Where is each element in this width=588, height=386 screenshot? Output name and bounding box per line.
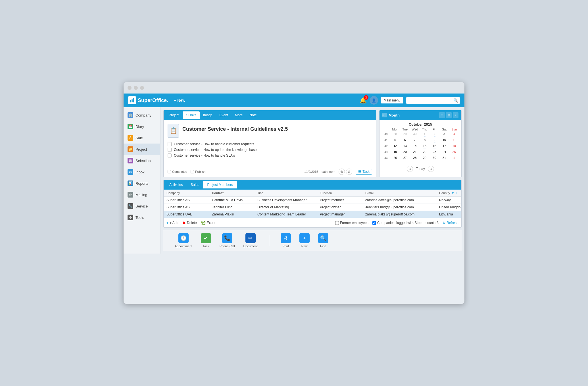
former-check-input[interactable] <box>335 221 339 225</box>
cal-day-20[interactable]: 20 <box>400 150 410 155</box>
tab-more[interactable]: More <box>232 111 246 119</box>
maximize-btn[interactable] <box>140 86 144 90</box>
cal-day-15[interactable]: 15 <box>420 144 430 149</box>
sidebar-item-diary[interactable]: 📅 Diary <box>124 121 160 132</box>
tab-event[interactable]: Event <box>216 111 232 119</box>
cal-day-31[interactable]: 31 <box>439 155 449 161</box>
cal-day-13[interactable]: 13 <box>400 144 410 149</box>
completed-check-input[interactable] <box>168 170 171 173</box>
cal-day-6[interactable]: 6 <box>400 138 410 143</box>
task-button[interactable]: ☰ Task <box>356 169 372 175</box>
cal-day-14[interactable]: 14 <box>410 144 420 149</box>
nav-prev[interactable]: ⊕ <box>339 169 345 175</box>
cal-next-btn[interactable]: ⊖ <box>428 166 434 172</box>
publish-checkbox[interactable]: Publish <box>191 170 205 173</box>
cal-day-8[interactable]: 8 <box>420 138 430 143</box>
notifications[interactable]: 🔔 3 <box>360 97 367 104</box>
sidebar-item-project[interactable]: 📁 Project <box>124 144 160 155</box>
minimize-btn[interactable] <box>134 86 138 90</box>
new-button[interactable]: + New <box>174 98 185 103</box>
cal-day-29[interactable]: 29 <box>420 155 430 161</box>
tab-project-members[interactable]: Project Members <box>203 181 237 188</box>
toolbar-document[interactable]: ✏ Document <box>243 233 258 248</box>
cal-prev-btn[interactable]: ⊕ <box>407 166 413 172</box>
link-checkbox-2[interactable] <box>168 148 172 152</box>
main-menu-button[interactable]: Main menu <box>381 97 403 103</box>
cal-day-27[interactable]: 27 <box>400 155 410 161</box>
avatar[interactable]: 👤 <box>370 96 378 105</box>
search-icon-button[interactable]: 🔍 <box>452 97 460 104</box>
sidebar-item-mailing[interactable]: ⊙ Mailing <box>124 189 160 200</box>
cal-day-5[interactable]: 5 <box>390 138 400 143</box>
toolbar-phone-call[interactable]: 📞 Phone Call <box>220 233 235 248</box>
sort-icon[interactable]: ↕ <box>455 191 457 195</box>
refresh-button[interactable]: ↻ Refresh <box>443 221 458 225</box>
cal-day-19[interactable]: 19 <box>390 150 400 155</box>
table-row[interactable]: SuperOffice UAB Zarema Plaksij Content M… <box>164 211 461 218</box>
sidebar-item-sale[interactable]: S Sale <box>124 132 160 144</box>
cal-day-2[interactable]: 2 <box>429 132 439 137</box>
sidebar-item-selection[interactable]: ⊞ Selection <box>124 155 160 166</box>
cal-day-30-sep[interactable]: 30 <box>410 132 420 137</box>
cal-day-24[interactable]: 24 <box>439 150 449 155</box>
toolbar-new[interactable]: + New <box>299 233 310 248</box>
export-button[interactable]: 🌿 Export <box>201 221 217 225</box>
table-row[interactable]: SuperOffice AS Cathrine Mula Davis Busin… <box>164 197 461 204</box>
cal-day-22[interactable]: 22 <box>420 150 430 155</box>
cal-day-12[interactable]: 12 <box>390 144 400 149</box>
sidebar-item-service[interactable]: 🔧 Service <box>124 200 160 212</box>
cal-day-25[interactable]: 25 <box>449 150 459 155</box>
tab-project[interactable]: Project <box>165 111 183 119</box>
publish-check-input[interactable] <box>191 170 194 173</box>
sidebar-item-inbox[interactable]: ✉ Inbox <box>124 166 160 178</box>
cal-nav-icon[interactable]: ▪ <box>382 113 387 117</box>
cal-day-7[interactable]: 7 <box>410 138 420 143</box>
sidebar-item-tools[interactable]: ⚙ Tools <box>124 212 160 223</box>
link-checkbox-1[interactable] <box>168 142 172 146</box>
cal-day-18[interactable]: 18 <box>449 144 459 149</box>
toolbar-find[interactable]: 🔍 Find <box>318 233 328 248</box>
sidebar-item-company[interactable]: 🏢 Company <box>124 109 160 121</box>
close-btn[interactable] <box>128 86 132 90</box>
cal-day-3[interactable]: 3 <box>439 132 449 137</box>
link-checkbox-3[interactable] <box>168 153 172 157</box>
cal-day-9[interactable]: 9 <box>429 138 439 143</box>
cal-day-16[interactable]: 16 <box>429 144 439 149</box>
tab-links[interactable]: Links <box>183 111 200 119</box>
cal-day-4[interactable]: 4 <box>449 132 459 137</box>
delete-button[interactable]: ✖ Delete <box>182 221 197 225</box>
cal-list-icon[interactable]: ≡ <box>439 112 445 118</box>
toolbar-print[interactable]: 🖨 Print <box>281 233 291 248</box>
former-employees-check[interactable]: Former employees <box>335 221 368 225</box>
stop-companies-check[interactable]: Companies flagged with Stop <box>372 221 422 225</box>
nav-next[interactable]: ⊖ <box>346 169 352 175</box>
cal-info-icon[interactable]: i <box>453 112 458 118</box>
cal-day-28[interactable]: 28 <box>410 155 420 161</box>
add-button[interactable]: + + Add <box>166 221 178 225</box>
filter-icon[interactable]: ▼ <box>451 191 454 195</box>
toolbar-appointment[interactable]: 🕐 Appointment <box>175 233 192 248</box>
cal-day-29-sep[interactable]: 29 <box>400 132 410 137</box>
table-row[interactable]: SuperOffice AS Jennifer Lund Director of… <box>164 204 461 211</box>
tab-image[interactable]: Image <box>200 111 216 119</box>
tab-activities[interactable]: Activities <box>165 181 187 188</box>
today-button[interactable]: Today <box>416 167 425 171</box>
cal-day-1-nov[interactable]: 1 <box>449 155 459 161</box>
cal-day-23[interactable]: 23 <box>429 150 439 155</box>
sidebar-item-reports[interactable]: 📊 Reports <box>124 178 160 189</box>
tab-note[interactable]: Note <box>246 111 260 119</box>
stop-check-input[interactable] <box>372 221 376 225</box>
cal-day-11[interactable]: 11 <box>449 138 459 143</box>
cal-grid-icon[interactable]: ⊞ <box>446 112 452 118</box>
cal-day-30[interactable]: 30 <box>429 155 439 161</box>
cal-day-26[interactable]: 26 <box>390 155 400 161</box>
tab-sales[interactable]: Sales <box>187 181 203 188</box>
toolbar-task[interactable]: ✔ Task <box>201 233 211 248</box>
cal-day-1[interactable]: 1 <box>420 132 430 137</box>
cal-day-21[interactable]: 21 <box>410 150 420 155</box>
cal-day-10[interactable]: 10 <box>439 138 449 143</box>
cal-day-28-sep[interactable]: 28 <box>390 132 400 137</box>
search-input[interactable] <box>406 97 452 104</box>
completed-checkbox[interactable]: Completed <box>168 170 187 173</box>
cal-day-17[interactable]: 17 <box>439 144 449 149</box>
